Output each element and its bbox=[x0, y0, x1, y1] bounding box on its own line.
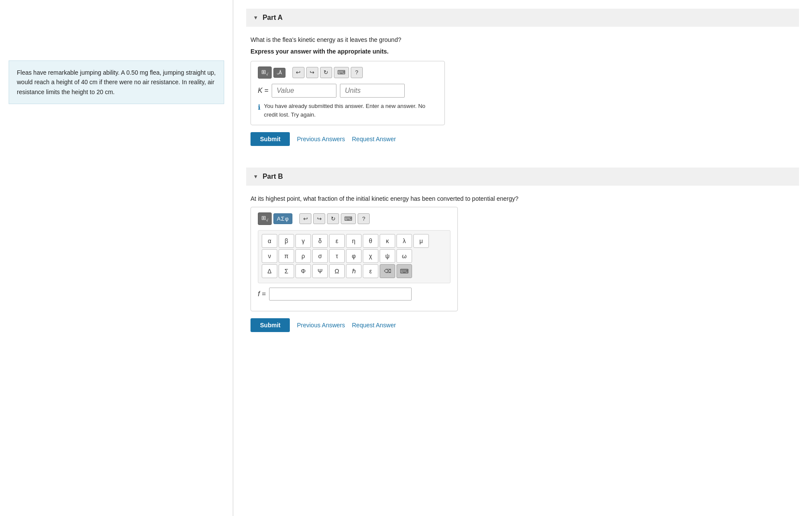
math-mode-btn[interactable]: ⊞√ bbox=[258, 66, 272, 79]
part-b-section: ▼ Part B At its highest point, what frac… bbox=[246, 168, 799, 340]
greek-gamma[interactable]: γ bbox=[295, 234, 311, 248]
part-a-section: ▼ Part A What is the flea's kinetic ener… bbox=[246, 9, 799, 155]
part-b-body: At its highest point, what fraction of t… bbox=[246, 186, 799, 340]
greek-lambda[interactable]: λ bbox=[396, 234, 412, 248]
greek-eta[interactable]: η bbox=[346, 234, 362, 248]
part-b-action-row: Submit Previous Answers Request Answer bbox=[251, 318, 795, 332]
problem-description: Fleas have remarkable jumping ability. A… bbox=[17, 69, 216, 95]
refresh-btn[interactable]: ↻ bbox=[320, 67, 332, 78]
part-b-question: At its highest point, what fraction of t… bbox=[251, 194, 795, 203]
greek-row-3: Δ Σ Φ Ψ Ω ℏ ε ⌫ ⌨ bbox=[262, 264, 447, 278]
greek-chi[interactable]: χ bbox=[363, 249, 378, 263]
greek-keyboard-toggle[interactable]: ⌨ bbox=[396, 264, 412, 278]
part-b-input-row: f = bbox=[258, 288, 450, 301]
part-a-header: ▼ Part A bbox=[246, 9, 799, 27]
greek-pi[interactable]: π bbox=[279, 249, 294, 263]
greek-rho[interactable]: ρ bbox=[295, 249, 311, 263]
part-a-answer-box: ⊞√ ᵤÅ ↩ ↪ ↻ ⌨ ? K = ℹ bbox=[251, 61, 445, 125]
greek-row-1: α β γ δ ε η θ κ λ μ bbox=[262, 234, 447, 248]
problem-text: Fleas have remarkable jumping ability. A… bbox=[9, 60, 224, 104]
greek-keyboard: α β γ δ ε η θ κ λ μ ν π ρ bbox=[258, 230, 450, 283]
info-text: You have already submitted this answer. … bbox=[264, 102, 438, 119]
greek-Phi[interactable]: Φ bbox=[295, 264, 311, 278]
text-mode-btn[interactable]: ᵤÅ bbox=[273, 68, 285, 78]
part-a-body: What is the flea's kinetic energy as it … bbox=[246, 27, 799, 155]
undo-btn[interactable]: ↩ bbox=[292, 67, 304, 78]
part-b-refresh-btn[interactable]: ↻ bbox=[327, 213, 339, 225]
greek-Delta[interactable]: Δ bbox=[262, 264, 277, 278]
part-b-toolbar: ⊞√ ΑΣφ ↩ ↪ ↻ ⌨ ? bbox=[258, 212, 450, 225]
greek-epsilon[interactable]: ε bbox=[329, 234, 345, 248]
greek-omega-lower[interactable]: ω bbox=[396, 249, 412, 263]
part-b-label: f = bbox=[258, 290, 266, 298]
part-b-header: ▼ Part B bbox=[246, 168, 799, 186]
left-panel: Fleas have remarkable jumping ability. A… bbox=[0, 0, 233, 516]
greek-row-2: ν π ρ σ τ φ χ ψ ω bbox=[262, 249, 447, 263]
part-a-info-msg: ℹ You have already submitted this answer… bbox=[258, 102, 438, 119]
greek-tau[interactable]: τ bbox=[329, 249, 345, 263]
f-input[interactable] bbox=[269, 288, 412, 301]
part-b-submit-btn[interactable]: Submit bbox=[251, 318, 290, 332]
greek-theta[interactable]: θ bbox=[363, 234, 378, 248]
part-a-label: K = bbox=[258, 87, 268, 95]
greek-delta-lower[interactable]: δ bbox=[312, 234, 328, 248]
part-a-request-answer-link[interactable]: Request Answer bbox=[352, 136, 396, 142]
greek-backspace[interactable]: ⌫ bbox=[380, 264, 395, 278]
help-btn[interactable]: ? bbox=[351, 67, 363, 78]
greek-Sigma[interactable]: Σ bbox=[279, 264, 294, 278]
greek-alpha[interactable]: α bbox=[262, 234, 277, 248]
greek-varepsilon[interactable]: ε bbox=[363, 264, 378, 278]
keyboard-btn[interactable]: ⌨ bbox=[334, 67, 349, 78]
part-a-question: What is the flea's kinetic energy as it … bbox=[251, 35, 795, 44]
part-b-answer-box: ⊞√ ΑΣφ ↩ ↪ ↻ ⌨ ? α β γ δ ε bbox=[251, 207, 458, 311]
greek-mu[interactable]: μ bbox=[413, 234, 429, 248]
part-b-math-mode-btn[interactable]: ⊞√ bbox=[258, 212, 272, 225]
greek-phi-lower[interactable]: φ bbox=[346, 249, 362, 263]
part-a-previous-answers-link[interactable]: Previous Answers bbox=[297, 136, 345, 142]
part-b-help-btn[interactable]: ? bbox=[358, 213, 370, 225]
part-b-title: Part B bbox=[263, 173, 283, 180]
part-b-previous-answers-link[interactable]: Previous Answers bbox=[297, 322, 345, 329]
part-a-input-row: K = bbox=[258, 84, 438, 98]
part-b-greek-btn[interactable]: ΑΣφ bbox=[273, 213, 292, 225]
part-a-toolbar: ⊞√ ᵤÅ ↩ ↪ ↻ ⌨ ? bbox=[258, 66, 438, 79]
right-panel: ▼ Part A What is the flea's kinetic ener… bbox=[233, 0, 812, 516]
units-input[interactable] bbox=[340, 84, 405, 98]
redo-btn[interactable]: ↪ bbox=[306, 67, 318, 78]
greek-beta[interactable]: β bbox=[279, 234, 294, 248]
greek-sigma-lower[interactable]: σ bbox=[312, 249, 328, 263]
part-a-express: Express your answer with the appropriate… bbox=[251, 48, 795, 55]
part-b-undo-btn[interactable]: ↩ bbox=[299, 213, 311, 225]
greek-nu[interactable]: ν bbox=[262, 249, 277, 263]
part-b-redo-btn[interactable]: ↪ bbox=[313, 213, 325, 225]
greek-kappa[interactable]: κ bbox=[380, 234, 395, 248]
part-a-chevron[interactable]: ▼ bbox=[253, 15, 258, 21]
greek-hbar[interactable]: ℏ bbox=[346, 264, 362, 278]
info-icon: ℹ bbox=[258, 102, 260, 113]
value-input[interactable] bbox=[272, 84, 336, 98]
greek-Psi[interactable]: Ψ bbox=[312, 264, 328, 278]
part-a-title: Part A bbox=[263, 14, 283, 22]
part-a-submit-btn[interactable]: Submit bbox=[251, 132, 290, 146]
greek-psi-lower[interactable]: ψ bbox=[380, 249, 395, 263]
part-a-action-row: Submit Previous Answers Request Answer bbox=[251, 132, 795, 146]
part-b-keyboard-btn[interactable]: ⌨ bbox=[341, 213, 356, 225]
part-b-chevron[interactable]: ▼ bbox=[253, 174, 258, 180]
greek-Omega[interactable]: Ω bbox=[329, 264, 345, 278]
part-b-request-answer-link[interactable]: Request Answer bbox=[352, 322, 396, 329]
